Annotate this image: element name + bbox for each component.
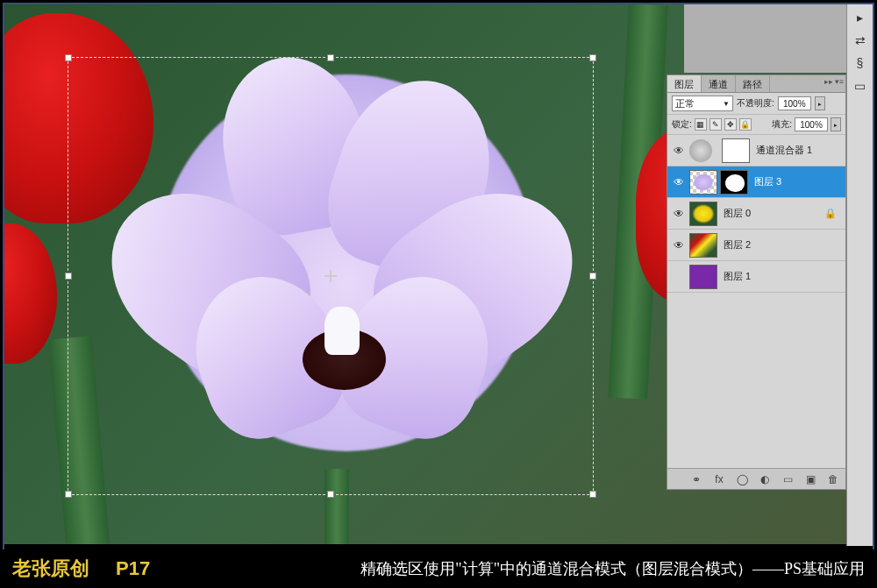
layer-row-selected[interactable]: 👁 图层 3 (667, 166, 845, 198)
channel-mixer-icon (689, 139, 712, 162)
lock-all-icon[interactable]: 🔒 (739, 118, 752, 131)
layer-list: 👁 通道混合器 1 👁 图层 3 👁 图层 0 🔒 👁 (667, 135, 845, 293)
layer-fx-icon[interactable]: fx (712, 472, 726, 486)
visibility-toggle-icon[interactable]: 👁 (671, 143, 687, 159)
lock-pixels-icon[interactable]: ✎ (709, 118, 722, 131)
opacity-label: 不透明度: (737, 97, 774, 110)
layer-name: 图层 2 (724, 238, 751, 251)
lock-transparency-icon[interactable]: ▦ (695, 118, 707, 131)
layer-row[interactable]: 图层 1 (667, 261, 845, 293)
opacity-input[interactable]: 100% (778, 96, 811, 110)
tool-icon[interactable]: § (851, 53, 870, 73)
collapse-panel-icon[interactable]: ▸▸ (824, 77, 833, 86)
visibility-toggle-icon[interactable]: 👁 (671, 237, 687, 253)
caption-page: P17 (116, 557, 150, 580)
layer-thumb[interactable] (689, 202, 717, 226)
layer-mask-thumb[interactable] (722, 138, 750, 163)
layer-name: 图层 0 (724, 207, 751, 220)
layer-mask-thumb[interactable] (720, 170, 748, 195)
layer-row-adjustment[interactable]: 👁 通道混合器 1 (667, 135, 845, 166)
delete-layer-icon[interactable]: 🗑 (826, 472, 840, 486)
new-layer-icon[interactable]: ▣ (803, 472, 817, 486)
tool-icon[interactable]: ▭ (851, 76, 870, 96)
layers-panel: 图层 通道 路径 ▸▸ ▾≡ 正常 ▼ 不透明度: 100% ▸ 锁定: ▦ ✎… (667, 74, 846, 490)
decor-red-flower (4, 13, 153, 223)
lock-icon: 🔒 (824, 208, 837, 219)
layer-name: 通道混合器 1 (756, 144, 812, 157)
fill-stepper-icon[interactable]: ▸ (831, 117, 841, 131)
collapsed-panel-area (684, 4, 846, 73)
decor-stamen (324, 307, 360, 355)
right-toolbar: ▸ ⇄ § ▭ (846, 4, 873, 546)
tab-paths[interactable]: 路径 (736, 75, 770, 92)
visibility-toggle-icon[interactable]: 👁 (671, 174, 687, 190)
layer-row[interactable]: 👁 图层 0 🔒 (667, 198, 845, 230)
transform-handle-br[interactable] (589, 491, 596, 498)
lock-position-icon[interactable]: ✥ (724, 118, 737, 131)
layer-list-empty-area (667, 293, 845, 468)
layer-name: 图层 1 (724, 270, 751, 283)
caption-description: 精确选区使用"计算"中的通道混合模式（图层混合模式）——PS基础应用 (360, 558, 865, 579)
adjustment-layer-icon[interactable]: ◐ (758, 472, 772, 486)
new-group-icon[interactable]: ▭ (781, 472, 795, 486)
decor-stem (48, 336, 111, 544)
expand-panel-icon[interactable]: ▸ (851, 8, 870, 27)
decor-stem (324, 469, 349, 544)
fill-label: 填充: (772, 118, 792, 131)
layer-thumb[interactable] (689, 170, 717, 195)
panel-tabs: 图层 通道 路径 ▸▸ ▾≡ (667, 75, 845, 93)
transform-handle-tr[interactable] (589, 54, 596, 61)
layer-row[interactable]: 👁 图层 2 (667, 230, 845, 261)
layer-thumb[interactable] (689, 233, 717, 258)
panel-menu-icon[interactable]: ▾≡ (835, 77, 844, 86)
opacity-stepper-icon[interactable]: ▸ (815, 96, 825, 110)
layer-name: 图层 3 (754, 175, 781, 188)
tab-channels[interactable]: 通道 (702, 75, 736, 92)
fill-input[interactable]: 100% (795, 117, 828, 131)
lock-label: 锁定: (672, 118, 692, 131)
link-layers-icon[interactable]: ⚭ (689, 472, 703, 486)
tab-layers[interactable]: 图层 (667, 75, 702, 92)
lock-row: 锁定: ▦ ✎ ✥ 🔒 填充: 100% ▸ (667, 115, 845, 135)
visibility-toggle-icon[interactable]: 👁 (671, 206, 687, 222)
add-mask-icon[interactable]: ◯ (735, 472, 749, 486)
tool-icon[interactable]: ⇄ (851, 31, 870, 50)
dropdown-arrow-icon: ▼ (723, 100, 730, 108)
layers-panel-footer: ⚭ fx ◯ ◐ ▭ ▣ 🗑 (667, 468, 845, 489)
blend-mode-value: 正常 (675, 97, 695, 110)
blend-mode-select[interactable]: 正常 ▼ (672, 96, 733, 111)
caption-author: 老张原创 (12, 556, 89, 582)
transform-handle-ml[interactable] (65, 273, 72, 280)
transform-handle-mr[interactable] (589, 273, 596, 280)
layer-thumb[interactable] (689, 265, 717, 289)
blend-mode-row: 正常 ▼ 不透明度: 100% ▸ (667, 93, 845, 115)
visibility-toggle-icon[interactable] (671, 269, 687, 285)
caption-bar: 老张原创 P17 精确选区使用"计算"中的通道混合模式（图层混合模式）——PS基… (0, 549, 877, 588)
transform-handle-tm[interactable] (327, 54, 334, 61)
